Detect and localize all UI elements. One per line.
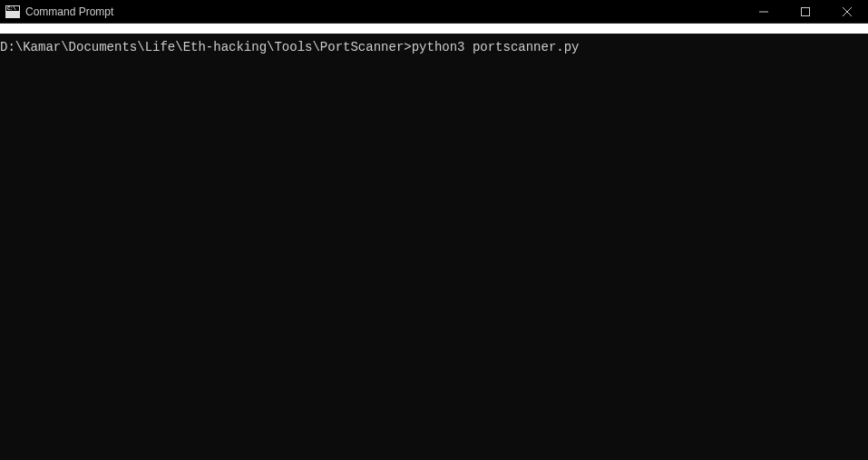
cmd-icon-inner: C:\ xyxy=(6,6,19,11)
close-icon xyxy=(843,7,852,16)
minimize-button[interactable] xyxy=(743,0,785,23)
cmd-icon: C:\ xyxy=(5,5,20,18)
prompt-path: :\Kamar\Documents\Life\Eth-hacking\Tools… xyxy=(7,40,411,54)
close-button[interactable] xyxy=(826,0,868,23)
prompt-line: D:\Kamar\Documents\Life\Eth-hacking\Tool… xyxy=(0,40,580,54)
prompt-command: python3 portscanner.py xyxy=(412,40,580,54)
minimize-icon xyxy=(759,7,768,16)
maximize-button[interactable] xyxy=(785,0,826,23)
svg-rect-1 xyxy=(802,7,810,15)
title-bar: C:\ Command Prompt xyxy=(0,0,868,24)
maximize-icon xyxy=(801,7,810,16)
separator-line xyxy=(0,24,868,34)
window-title: Command Prompt xyxy=(25,5,743,18)
terminal-output[interactable]: D:\Kamar\Documents\Life\Eth-hacking\Tool… xyxy=(0,34,868,55)
window-controls xyxy=(743,0,868,23)
